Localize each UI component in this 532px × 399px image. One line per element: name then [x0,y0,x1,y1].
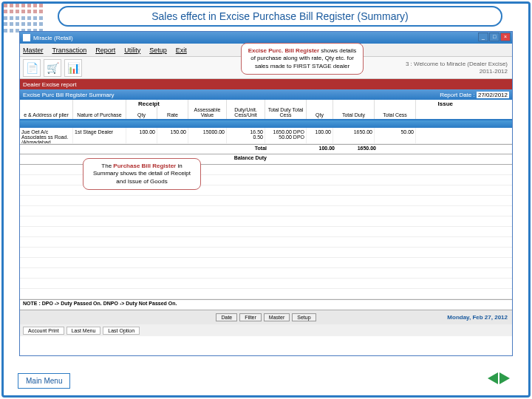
menu-setup[interactable]: Setup [149,47,167,54]
table-row: Jue Oet A/c Associates ss Road. /Ahmadab… [20,128,512,144]
callout-left: The Purchase Bill Register in Summary sh… [83,158,201,190]
col-nature: Nature of Purchase [73,100,126,119]
col-issue-cess: Total Cess [375,100,416,119]
col-rate: Rate [157,100,188,119]
minimize-button[interactable]: _ [478,33,488,41]
window-title-text: Miracle (Retail) [33,35,73,41]
section-issue: Issue [438,100,453,107]
report-strip: Dealer Excise report [20,79,512,89]
close-button[interactable]: × [500,33,511,41]
col-total-duty: Total Duty Total Cess [265,100,307,119]
menu-transaction[interactable]: Transaction [52,47,87,54]
main-menu-button[interactable]: Main Menu [18,373,70,389]
last-option-button[interactable]: Last Option [103,327,140,335]
slide-title: Sales effect in Excise Purchase Bill Reg… [58,6,502,27]
decorative-dots [4,4,44,33]
last-menu-button[interactable]: Last Menu [66,327,101,335]
date-button[interactable]: Date [216,313,237,321]
toolbar-btn-1[interactable]: 📄 [23,59,41,77]
company-info: 3 : Welcome to Miracle (Dealer Excise) 2… [406,61,508,75]
account-print-button[interactable]: Account Print [23,327,64,335]
section-receipt: Receipt [138,100,160,107]
separator [20,120,512,128]
prev-arrow-icon[interactable] [488,372,498,384]
menu-utility[interactable]: Utility [124,47,140,54]
grid-body: Jue Oet A/c Associates ss Road. /Ahmadab… [20,128,512,299]
col-issue-qty: Qty [307,100,333,119]
filter-button[interactable]: Filter [239,313,262,321]
sub-window-title: Excise Purc Bill Register Summary Report… [20,89,512,100]
setup-button[interactable]: Setup [292,313,316,321]
col-duty-unit: Duty/Unit. Cess/Unit [227,100,265,119]
window-titlebar: Miracle (Retail) _ □ × [20,32,512,44]
menu-master[interactable]: Master [23,47,44,54]
total-row: Total 100.00 1650.00 [20,144,512,154]
col-assess: Assessable Value [188,100,227,119]
next-arrow-icon[interactable] [499,372,510,384]
note-bar: NOTE : DPO -> Duty Passed On. DNPO -> Du… [20,299,512,310]
toolbar-btn-3[interactable]: 📊 [64,59,82,77]
menu-report[interactable]: Report [95,47,115,54]
nav-arrows [488,372,510,384]
current-date: Monday, Feb 27, 2012 [447,314,508,321]
master-button[interactable]: Master [264,313,290,321]
menu-exit[interactable]: Exit [176,47,187,54]
callout-top: Excise Purc. Bill Register shows details… [241,43,364,75]
button-bar: Date Filter Master Setup Monday, Feb 27,… [20,310,512,324]
maximize-button[interactable]: □ [489,33,499,41]
app-icon [23,34,30,41]
bottom-bar: Account Print Last Menu Last Option [20,324,512,336]
col-issue-duty: Total Duty [333,100,375,119]
app-window: Miracle (Retail) _ □ × Master Transactio… [19,31,513,356]
col-name: e & Address of plier [20,100,73,119]
toolbar-btn-2[interactable]: 🛒 [44,59,61,77]
